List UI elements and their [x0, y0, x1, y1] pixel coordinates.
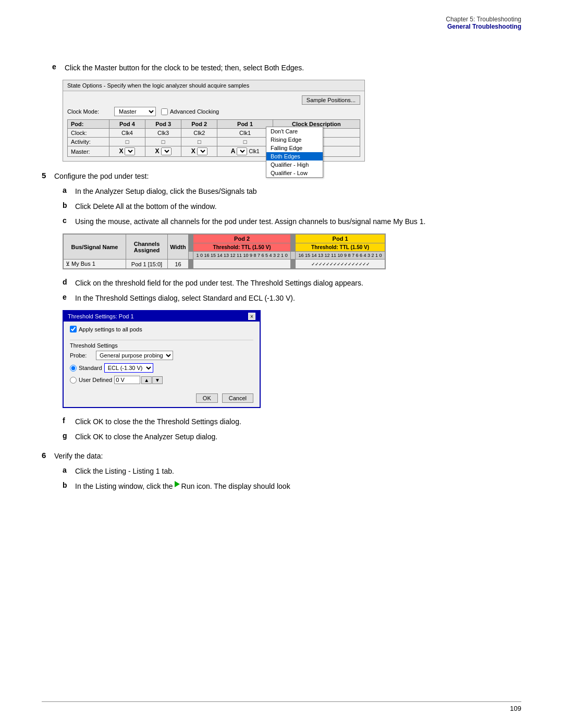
- sub-5b-label: b: [63, 201, 75, 209]
- sub-step-5a: a In the Analyzer Setup dialog, click th…: [63, 186, 521, 197]
- sub-5c-label: c: [63, 216, 75, 225]
- advanced-clocking-row: Advanced Clocking: [161, 108, 219, 115]
- master-pod3-select[interactable]: ▼: [161, 147, 172, 155]
- activity-pod1: □: [217, 138, 273, 146]
- x-mark-pod4: X: [119, 147, 123, 155]
- clock-label: Clock:: [68, 129, 109, 138]
- sub-step-5b: b Click Delete All at the bottom of the …: [63, 201, 521, 212]
- both-edges-dropdown: Don't Care Rising Edge Falling Edge Both…: [266, 127, 323, 178]
- dropdown-dont-care[interactable]: Don't Care: [266, 127, 323, 135]
- apply-settings-row: Apply settings to all pods: [70, 326, 253, 332]
- activity-pod2: □: [181, 138, 217, 146]
- x-mark-pod3: X: [155, 147, 160, 155]
- dropdown-qualifier-high[interactable]: Qualifier - High: [266, 161, 323, 169]
- page-container: Chapter 5: Troubleshooting General Troub…: [0, 0, 563, 728]
- threshold-close-button[interactable]: ×: [248, 313, 255, 320]
- sub-5g-label: g: [63, 431, 75, 440]
- run-icon: [175, 481, 180, 487]
- dropdown-falling-edge[interactable]: Falling Edge: [266, 144, 323, 152]
- table-header-pod2: Pod 2: [181, 120, 217, 129]
- clock-mode-label: Clock Mode:: [67, 108, 114, 115]
- master-pod2: X ▼: [181, 146, 217, 157]
- sub-step-5f: f Click OK to close the the Threshold Se…: [63, 416, 521, 427]
- master-label: Master:: [68, 146, 109, 157]
- sub-6b-text-after: Run icon. The display should look: [181, 481, 290, 492]
- step-6-label: 6: [42, 451, 54, 460]
- pod2-threshold: Threshold: TTL (1.50 V): [193, 243, 291, 252]
- section-title: General Troubleshooting: [446, 23, 521, 30]
- clk1: Clk1: [217, 129, 273, 138]
- bus-name: ⊻ My Bus 1: [64, 260, 126, 269]
- sub-step-5d: d Click on the threshold field for the p…: [63, 278, 521, 289]
- user-defined-input[interactable]: [114, 376, 140, 384]
- sub-5b-text: Click Delete All at the bottom of the wi…: [75, 201, 217, 212]
- content: e Click the Master button for the clock …: [42, 63, 521, 492]
- threshold-btn-row: OK Cancel: [64, 391, 260, 407]
- standard-label: Standard: [79, 365, 102, 371]
- table-header-pod4: Pod 4: [109, 120, 145, 129]
- sub-6b-text-before: In the Listing window, click the: [75, 481, 173, 492]
- sep-6: [291, 252, 296, 260]
- sample-positions-button[interactable]: Sample Positions...: [302, 95, 360, 105]
- clk1-label: Clk1: [249, 149, 259, 154]
- master-pod2-select[interactable]: ▼: [197, 147, 207, 155]
- master-pod4: X ▼: [109, 146, 145, 157]
- clk3: Clk3: [145, 129, 181, 138]
- user-defined-label: User Defined: [79, 377, 112, 383]
- master-pod1-select[interactable]: ▼: [237, 147, 247, 155]
- advanced-clocking-checkbox[interactable]: [161, 108, 168, 115]
- advanced-clocking-label: Advanced Clocking: [170, 108, 219, 115]
- standard-select[interactable]: ECL (-1.30 V): [104, 363, 153, 373]
- sub-step-5e: e In the Threshold Settings dialog, sele…: [63, 293, 521, 304]
- col-width: Width: [168, 235, 189, 260]
- dropdown-qualifier-low[interactable]: Qualifier - Low: [266, 169, 323, 177]
- master-pod4-select[interactable]: ▼: [125, 147, 135, 155]
- clk4: Clk4: [109, 129, 145, 138]
- activity-pod4: □: [109, 138, 145, 146]
- user-defined-row: User Defined ▲ ▼: [70, 376, 253, 384]
- clock-mode-row: Clock Mode: Master Advanced Clocking: [67, 107, 360, 116]
- sub-6a-text: Click the Listing - Listing 1 tab.: [75, 466, 174, 477]
- threshold-down-btn[interactable]: ▼: [152, 376, 163, 384]
- step-5-label: 5: [42, 171, 54, 180]
- sub-5a-text: In the Analyzer Setup dialog, click the …: [75, 186, 257, 197]
- a-mark-pod1: A: [231, 147, 236, 155]
- table-header-pod: Pod:: [68, 120, 109, 129]
- footer-divider: [42, 701, 521, 702]
- standard-radio[interactable]: [70, 365, 77, 372]
- bus-signal-dialog: Bus/Signal Name ChannelsAssigned Width P…: [63, 233, 386, 269]
- probe-row: Probe: General purpose probing: [70, 351, 253, 360]
- apply-settings-checkbox[interactable]: [70, 326, 77, 332]
- probe-label: Probe:: [70, 352, 96, 359]
- threshold-up-btn[interactable]: ▲: [141, 376, 152, 384]
- threshold-ok-button[interactable]: OK: [196, 393, 218, 403]
- probe-select[interactable]: General purpose probing: [96, 351, 173, 360]
- pod2-checks: [193, 260, 291, 269]
- page-footer: 109: [510, 705, 521, 712]
- threshold-cancel-button[interactable]: Cancel: [222, 393, 253, 403]
- threshold-title: Threshold Settings: Pod 1: [68, 313, 134, 319]
- sep-8: [291, 260, 296, 269]
- step-e-label: e: [52, 63, 65, 71]
- dropdown-both-edges[interactable]: Both Edges: [266, 152, 323, 161]
- clk2: Clk2: [181, 129, 217, 138]
- page-number: 109: [510, 705, 521, 712]
- pod-separator-2: [291, 235, 296, 243]
- sub-step-5c: c Using the mouse, activate all channels…: [63, 216, 521, 227]
- threshold-body: Apply settings to all pods Threshold Set…: [64, 322, 260, 391]
- state-options-screenshot: State Options - Specify when the logic a…: [63, 80, 365, 162]
- master-pod3: X ▼: [145, 146, 181, 157]
- pod1-header: Pod 1: [296, 235, 385, 243]
- activity-label: Activity:: [68, 138, 109, 146]
- clock-mode-select[interactable]: Master: [114, 107, 156, 116]
- user-defined-radio[interactable]: [70, 377, 77, 384]
- sep-3: [189, 243, 193, 252]
- threshold-divider: [70, 340, 253, 340]
- master-pod1: A ▼ Clk1: [217, 146, 273, 157]
- bus-signal-table: Bus/Signal Name ChannelsAssigned Width P…: [63, 234, 385, 269]
- pod1-channel-nums: 16 15 14 13 12 11 10 9 8 7 6 6 4 3 2 1 0: [296, 252, 385, 260]
- dropdown-rising-edge[interactable]: Rising Edge: [266, 135, 323, 144]
- col-bus-signal: Bus/Signal Name: [64, 235, 126, 260]
- sub-5e-label: e: [63, 293, 75, 301]
- step-e-intro: e Click the Master button for the clock …: [52, 63, 521, 73]
